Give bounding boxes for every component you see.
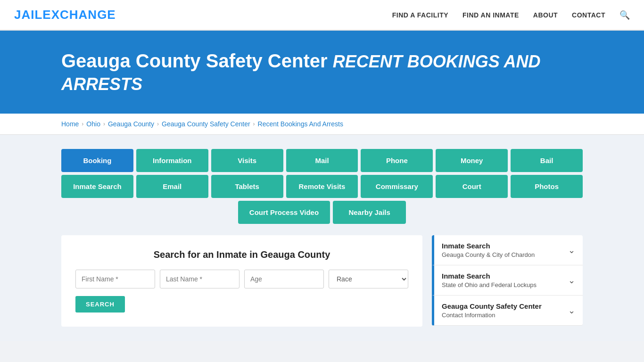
logo-exchange: EXCHANGE bbox=[42, 8, 116, 22]
nav-find-inmate[interactable]: FIND AN INMATE bbox=[462, 11, 519, 19]
breadcrumb-home[interactable]: Home bbox=[61, 120, 79, 128]
nav-about[interactable]: ABOUT bbox=[533, 11, 558, 19]
logo[interactable]: JAILEXCHANGE bbox=[14, 8, 116, 22]
btn-booking[interactable]: Booking bbox=[61, 149, 133, 172]
age-input[interactable] bbox=[244, 270, 324, 288]
btn-bail[interactable]: Bail bbox=[511, 149, 583, 172]
sidebar-card-geauga-text: Inmate Search Geauga County & City of Ch… bbox=[442, 242, 535, 258]
sidebar-card-geauga-subtitle: Geauga County & City of Chardon bbox=[442, 251, 535, 258]
button-row-1: Booking Information Visits Mail Phone Mo… bbox=[61, 149, 583, 172]
button-row-3: Court Process Video Nearby Jails bbox=[61, 201, 583, 224]
breadcrumb-recent-bookings[interactable]: Recent Bookings And Arrests bbox=[258, 120, 343, 128]
sidebar-cards: Inmate Search Geauga County & City of Ch… bbox=[432, 235, 583, 327]
btn-information[interactable]: Information bbox=[136, 149, 208, 172]
breadcrumb-sep-4: › bbox=[253, 121, 255, 127]
search-icon-button[interactable]: 🔍 bbox=[619, 10, 630, 20]
hero-section: Geauga County Safety Center RECENT BOOKI… bbox=[0, 31, 644, 114]
button-row-2: Inmate Search Email Tablets Remote Visit… bbox=[61, 175, 583, 198]
nav-find-facility[interactable]: FIND A FACILITY bbox=[392, 11, 448, 19]
sidebar-card-ohio-subtitle: State of Ohio and Federal Lockups bbox=[442, 281, 537, 288]
sidebar-card-geauga-title: Inmate Search bbox=[442, 242, 535, 250]
sidebar-card-ohio[interactable]: Inmate Search State of Ohio and Federal … bbox=[432, 265, 583, 296]
main-content: Booking Information Visits Mail Phone Mo… bbox=[0, 135, 644, 341]
breadcrumb-sep-3: › bbox=[157, 121, 159, 127]
btn-court[interactable]: Court bbox=[436, 175, 508, 198]
breadcrumb-sep-1: › bbox=[82, 121, 83, 127]
search-button[interactable]: SEARCH bbox=[75, 296, 125, 313]
btn-money[interactable]: Money bbox=[436, 149, 508, 172]
btn-mail[interactable]: Mail bbox=[286, 149, 358, 172]
btn-court-process-video[interactable]: Court Process Video bbox=[238, 201, 330, 224]
btn-inmate-search[interactable]: Inmate Search bbox=[61, 175, 133, 198]
btn-phone[interactable]: Phone bbox=[361, 149, 433, 172]
breadcrumb-geauga-county[interactable]: Geauga County bbox=[108, 120, 154, 128]
header: JAILEXCHANGE FIND A FACILITY FIND AN INM… bbox=[0, 0, 644, 31]
page-title: Geauga County Safety Center RECENT BOOKI… bbox=[61, 49, 583, 95]
breadcrumb: Home › Ohio › Geauga County › Geauga Cou… bbox=[0, 114, 644, 135]
chevron-down-icon: ⌄ bbox=[568, 245, 575, 255]
btn-commissary[interactable]: Commissary bbox=[361, 175, 433, 198]
sidebar-card-contact-subtitle: Contact Information bbox=[442, 312, 542, 319]
lower-section: Search for an Inmate in Geauga County Ra… bbox=[61, 235, 583, 327]
sidebar-card-ohio-title: Inmate Search bbox=[442, 272, 537, 280]
btn-email[interactable]: Email bbox=[136, 175, 208, 198]
btn-tablets[interactable]: Tablets bbox=[211, 175, 283, 198]
sidebar-card-contact-text: Geauga County Safety Center Contact Info… bbox=[442, 302, 542, 319]
btn-remote-visits[interactable]: Remote Visits bbox=[286, 175, 358, 198]
race-select[interactable]: Race White Black Hispanic Asian Other bbox=[329, 270, 408, 288]
first-name-input[interactable] bbox=[75, 270, 155, 288]
breadcrumb-sep-2: › bbox=[103, 121, 105, 127]
search-card: Search for an Inmate in Geauga County Ra… bbox=[61, 235, 422, 327]
chevron-down-icon-2: ⌄ bbox=[568, 275, 575, 286]
last-name-input[interactable] bbox=[160, 270, 239, 288]
search-form: Race White Black Hispanic Asian Other bbox=[75, 270, 408, 288]
nav-contact[interactable]: CONTACT bbox=[572, 11, 605, 19]
logo-jail: JAIL bbox=[14, 8, 42, 22]
sidebar-card-geauga[interactable]: Inmate Search Geauga County & City of Ch… bbox=[432, 235, 583, 265]
sidebar-card-ohio-text: Inmate Search State of Ohio and Federal … bbox=[442, 272, 537, 288]
sidebar-card-contact[interactable]: Geauga County Safety Center Contact Info… bbox=[432, 296, 583, 326]
btn-nearby-jails[interactable]: Nearby Jails bbox=[333, 201, 406, 224]
search-title: Search for an Inmate in Geauga County bbox=[75, 249, 408, 260]
breadcrumb-ohio[interactable]: Ohio bbox=[86, 120, 100, 128]
breadcrumb-safety-center[interactable]: Geauga County Safety Center bbox=[162, 120, 250, 128]
btn-visits[interactable]: Visits bbox=[211, 149, 283, 172]
sidebar-card-contact-title: Geauga County Safety Center bbox=[442, 302, 542, 310]
chevron-down-icon-3: ⌄ bbox=[568, 305, 575, 316]
btn-photos[interactable]: Photos bbox=[511, 175, 583, 198]
main-nav: FIND A FACILITY FIND AN INMATE ABOUT CON… bbox=[392, 10, 630, 20]
